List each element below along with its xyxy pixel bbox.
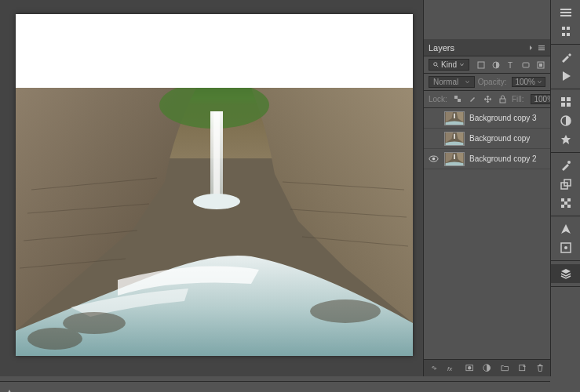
brush-icon[interactable] xyxy=(551,156,580,175)
svg-rect-37 xyxy=(560,12,571,13)
svg-rect-46 xyxy=(567,103,571,107)
filter-smart-icon[interactable] xyxy=(536,60,545,70)
mask-icon[interactable] xyxy=(465,364,473,373)
link-layers-icon[interactable] xyxy=(430,364,438,373)
svg-rect-14 xyxy=(478,62,484,68)
layer-row[interactable]: Background copy xyxy=(424,129,550,149)
new-adjustment-icon[interactable] xyxy=(483,364,491,373)
visibility-toggle[interactable] xyxy=(427,132,440,145)
layer-thumbnail[interactable] xyxy=(444,132,465,146)
horizontal-scrollbar[interactable] xyxy=(0,381,550,392)
actions-icon[interactable] xyxy=(551,22,580,41)
blend-mode-dropdown[interactable]: Normal xyxy=(429,76,475,88)
svg-text:T: T xyxy=(508,61,513,70)
swatches-icon[interactable] xyxy=(551,93,580,111)
chevron-down-icon xyxy=(465,79,470,85)
opacity-input[interactable]: 100% xyxy=(512,77,545,87)
svg-rect-45 xyxy=(561,103,565,107)
layer-name: Background copy 3 xyxy=(469,114,537,122)
svg-rect-30 xyxy=(454,154,455,158)
lock-paint-icon[interactable] xyxy=(469,95,477,103)
svg-line-13 xyxy=(437,66,439,67)
visibility-toggle[interactable] xyxy=(427,153,440,165)
fx-icon[interactable]: fx xyxy=(447,364,455,373)
workspace: Layers Kind T Normal xyxy=(0,0,550,376)
filter-kind-dropdown[interactable]: Kind xyxy=(429,59,469,71)
panel-header: Layers xyxy=(424,39,550,56)
lock-label: Lock: xyxy=(429,95,447,103)
tools-icon[interactable] xyxy=(551,48,580,67)
svg-rect-26 xyxy=(454,133,455,138)
svg-rect-4 xyxy=(213,111,220,198)
layers-icon[interactable] xyxy=(551,264,580,283)
right-toolbar xyxy=(550,0,580,376)
adjustment-icon[interactable] xyxy=(551,111,580,130)
svg-rect-53 xyxy=(564,201,567,205)
clone-icon[interactable] xyxy=(551,175,580,194)
layers-panel: Layers Kind T Normal xyxy=(424,39,550,376)
pattern-icon[interactable] xyxy=(551,194,580,212)
chevron-down-icon xyxy=(459,62,465,67)
svg-point-7 xyxy=(310,299,381,323)
canvas-area[interactable] xyxy=(0,0,424,376)
filter-pixel-icon[interactable] xyxy=(476,60,486,70)
svg-rect-21 xyxy=(458,99,461,102)
svg-rect-52 xyxy=(567,198,571,201)
scroll-arrow-icon[interactable] xyxy=(6,384,11,390)
blend-row: Normal Opacity: 100% xyxy=(424,74,550,91)
svg-point-5 xyxy=(193,194,240,209)
delete-layer-icon[interactable] xyxy=(536,364,544,373)
svg-rect-39 xyxy=(562,27,565,30)
svg-rect-36 xyxy=(560,9,571,10)
svg-rect-35 xyxy=(520,365,525,370)
chevron-down-icon xyxy=(537,79,542,85)
lock-move-icon[interactable] xyxy=(483,95,492,103)
svg-point-28 xyxy=(432,158,435,161)
blend-mode-label: Normal xyxy=(433,78,458,86)
navigator-icon[interactable] xyxy=(551,220,580,238)
info-icon[interactable] xyxy=(551,238,580,257)
layer-thumbnail[interactable] xyxy=(444,152,465,166)
svg-rect-54 xyxy=(561,205,564,208)
document[interactable] xyxy=(16,14,413,356)
layer-name: Background copy 2 xyxy=(469,154,537,163)
history-icon[interactable] xyxy=(551,3,580,22)
panel-menu-icon[interactable] xyxy=(538,44,545,52)
panel-flyout-icon[interactable] xyxy=(525,44,533,52)
fill-label: Fill: xyxy=(512,95,524,103)
lock-row: Lock: Fill: 100% xyxy=(424,91,550,108)
filter-shape-icon[interactable] xyxy=(521,60,531,70)
styles-icon[interactable] xyxy=(551,130,580,149)
svg-rect-41 xyxy=(562,33,565,36)
new-layer-icon[interactable] xyxy=(518,364,526,373)
play-icon[interactable] xyxy=(551,67,580,85)
filter-kind-label: Kind xyxy=(441,60,457,69)
svg-rect-24 xyxy=(454,113,455,118)
opacity-value: 100% xyxy=(515,78,535,86)
svg-point-8 xyxy=(27,328,82,350)
visibility-toggle[interactable] xyxy=(427,112,440,125)
panel-footer: fx xyxy=(424,359,550,376)
layer-thumbnail[interactable] xyxy=(444,111,465,125)
svg-rect-40 xyxy=(567,27,570,30)
layers-tab[interactable]: Layers xyxy=(429,43,454,53)
svg-point-57 xyxy=(564,246,567,249)
filter-adjust-icon[interactable] xyxy=(491,60,501,70)
svg-rect-9 xyxy=(538,45,545,46)
layer-list: Background copy 3Background copyBackgrou… xyxy=(424,108,550,169)
svg-rect-42 xyxy=(567,33,570,36)
svg-rect-22 xyxy=(500,99,505,103)
lock-transparent-icon[interactable] xyxy=(454,95,462,103)
svg-rect-19 xyxy=(539,64,542,67)
filter-type-icon[interactable]: T xyxy=(506,60,516,70)
layer-row[interactable]: Background copy 2 xyxy=(424,149,550,169)
new-group-icon[interactable] xyxy=(501,364,509,373)
svg-rect-20 xyxy=(454,96,458,99)
svg-point-33 xyxy=(468,366,471,369)
svg-text:fx: fx xyxy=(447,365,453,372)
layer-row[interactable]: Background copy 3 xyxy=(424,108,550,129)
lock-all-icon[interactable] xyxy=(498,95,507,103)
search-icon xyxy=(433,62,439,67)
svg-rect-51 xyxy=(561,198,564,201)
svg-rect-38 xyxy=(560,15,571,16)
